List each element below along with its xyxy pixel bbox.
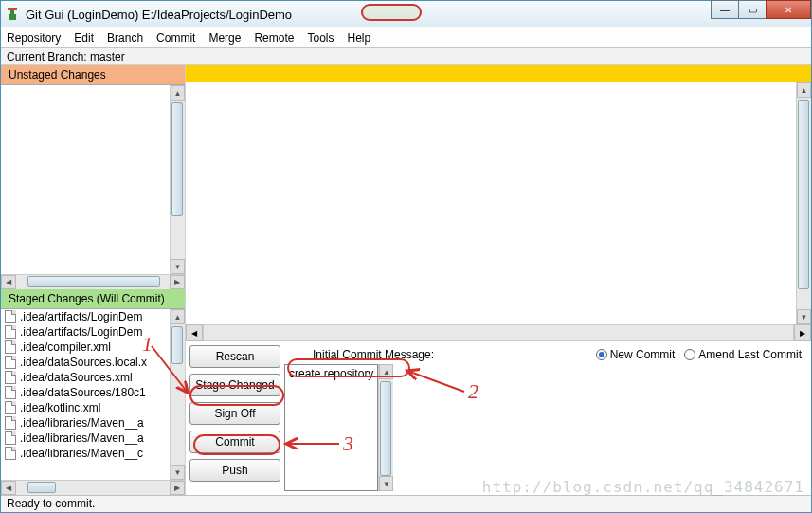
svg-rect-2 bbox=[9, 14, 16, 20]
menu-remote[interactable]: Remote bbox=[254, 31, 294, 45]
file-icon bbox=[5, 356, 16, 369]
sign-off-button[interactable]: Sign Off bbox=[189, 402, 280, 425]
file-icon bbox=[5, 416, 16, 430]
staged-list[interactable]: .idea/artifacts/LoginDem.idea/artifacts/… bbox=[1, 309, 185, 480]
menu-bar: Repository Edit Branch Commit Merge Remo… bbox=[1, 27, 811, 48]
commit-message-input[interactable]: create repository bbox=[284, 364, 378, 491]
app-icon bbox=[5, 7, 20, 22]
menu-help[interactable]: Help bbox=[347, 31, 370, 45]
file-name: .idea/libraries/Maven__a bbox=[20, 416, 144, 430]
file-icon bbox=[5, 386, 16, 399]
file-name: .idea/libraries/Maven__a bbox=[20, 431, 144, 445]
file-icon bbox=[5, 401, 16, 414]
staged-file-item[interactable]: .idea/dataSources.local.x bbox=[1, 355, 170, 370]
file-name: .idea/libraries/Maven__c bbox=[20, 447, 143, 460]
git-gui-window: Git Gui (LoginDemo) E:/IdeaProjects/Logi… bbox=[0, 0, 812, 513]
staged-header: Staged Changes (Will Commit) bbox=[1, 289, 185, 309]
staged-file-item[interactable]: .idea/kotlinc.xml bbox=[1, 400, 170, 415]
staged-file-item[interactable]: .idea/libraries/Maven__c bbox=[1, 446, 170, 461]
file-icon bbox=[5, 310, 16, 323]
file-name: .idea/dataSources.xml bbox=[20, 371, 133, 384]
unstaged-hscroll[interactable]: ◀▶ bbox=[1, 274, 185, 289]
svg-rect-1 bbox=[10, 10, 14, 14]
svg-rect-0 bbox=[8, 8, 17, 10]
push-button[interactable]: Push bbox=[189, 459, 280, 482]
staged-file-item[interactable]: .idea/compiler.xml bbox=[1, 339, 170, 355]
staged-file-item[interactable]: .idea/dataSources.xml bbox=[1, 370, 170, 385]
diff-header bbox=[186, 65, 811, 82]
current-branch-label: Current Branch: master bbox=[1, 48, 811, 65]
staged-file-item[interactable]: .idea/libraries/Maven__a bbox=[1, 431, 170, 446]
commit-message-label: Initial Commit Message: bbox=[313, 348, 434, 361]
unstaged-vscroll[interactable]: ▲▼ bbox=[170, 85, 185, 274]
file-name: .idea/compiler.xml bbox=[20, 340, 111, 354]
amend-commit-radio[interactable]: Amend Last Commit bbox=[684, 348, 802, 361]
diff-vscroll[interactable]: ▲▼ bbox=[796, 82, 811, 324]
rescan-button[interactable]: Rescan bbox=[189, 345, 280, 368]
menu-tools[interactable]: Tools bbox=[307, 31, 334, 45]
diff-hscroll[interactable]: ◀▶ bbox=[186, 324, 811, 341]
annotation-title-ring bbox=[361, 4, 422, 21]
file-name: .idea/dataSources.local.x bbox=[20, 356, 147, 369]
staged-hscroll[interactable]: ◀▶ bbox=[1, 480, 185, 495]
window-title: Git Gui (LoginDemo) E:/IdeaProjects/Logi… bbox=[26, 8, 292, 22]
file-icon bbox=[5, 447, 16, 460]
file-name: .idea/kotlinc.xml bbox=[20, 401, 100, 414]
file-icon bbox=[5, 340, 16, 354]
file-icon bbox=[5, 325, 16, 339]
new-commit-radio[interactable]: New Commit bbox=[596, 348, 676, 361]
staged-vscroll[interactable]: ▲▼ bbox=[170, 309, 185, 480]
unstaged-list[interactable]: ▲▼ bbox=[1, 85, 185, 274]
file-icon bbox=[5, 431, 16, 445]
menu-repository[interactable]: Repository bbox=[7, 31, 61, 45]
file-name: .idea/dataSources/180c1 bbox=[20, 386, 146, 399]
diff-view[interactable] bbox=[186, 82, 796, 324]
close-button[interactable]: ✕ bbox=[766, 0, 811, 19]
stage-changed-button[interactable]: Stage Changed bbox=[189, 374, 280, 396]
commit-message-text: create repository bbox=[289, 367, 373, 380]
watermark: http://blog.csdn.net/qq_34842671 bbox=[482, 478, 804, 496]
menu-commit[interactable]: Commit bbox=[156, 31, 195, 45]
staged-file-item[interactable]: .idea/dataSources/180c1 bbox=[1, 385, 170, 400]
unstaged-header: Unstaged Changes bbox=[1, 65, 185, 85]
file-name: .idea/artifacts/LoginDem bbox=[20, 325, 142, 339]
staged-file-item[interactable]: .idea/artifacts/LoginDem bbox=[1, 309, 170, 324]
title-bar: Git Gui (LoginDemo) E:/IdeaProjects/Logi… bbox=[1, 1, 811, 27]
minimize-button[interactable]: — bbox=[711, 0, 739, 19]
file-name: .idea/artifacts/LoginDem bbox=[20, 310, 142, 323]
staged-file-item[interactable]: .idea/libraries/Maven__a bbox=[1, 415, 170, 431]
menu-branch[interactable]: Branch bbox=[107, 31, 143, 45]
maximize-button[interactable]: ▭ bbox=[738, 0, 767, 19]
status-bar: Ready to commit. bbox=[1, 495, 811, 512]
menu-merge[interactable]: Merge bbox=[208, 31, 241, 45]
staged-file-item[interactable]: .idea/artifacts/LoginDem bbox=[1, 324, 170, 339]
commit-button[interactable]: Commit bbox=[189, 431, 280, 453]
menu-edit[interactable]: Edit bbox=[74, 31, 94, 45]
commit-msg-vscroll[interactable]: ▲▼ bbox=[378, 364, 393, 491]
file-icon bbox=[5, 371, 16, 384]
